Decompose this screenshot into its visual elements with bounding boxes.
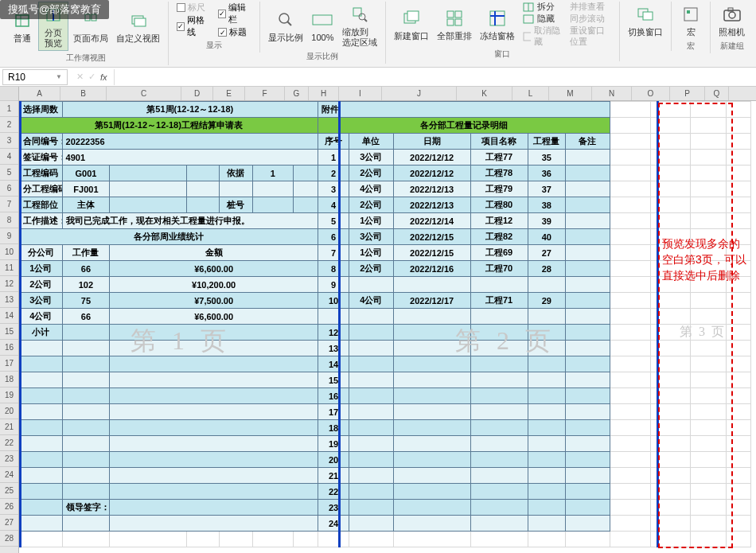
- cell[interactable]: [349, 452, 394, 468]
- cell[interactable]: 24: [318, 516, 349, 532]
- cell[interactable]: [726, 468, 750, 484]
- cell[interactable]: [690, 356, 726, 372]
- column-header[interactable]: H: [309, 87, 339, 100]
- cell[interactable]: [393, 516, 470, 532]
- cell[interactable]: [726, 293, 750, 309]
- cell[interactable]: [349, 356, 394, 372]
- cell[interactable]: [726, 118, 750, 134]
- column-header[interactable]: C: [107, 87, 181, 100]
- spreadsheet-table[interactable]: 选择周数第51周(12-12～12-18)附件第51周(12-12～12-18)…: [19, 101, 751, 547]
- cell[interactable]: ¥7,500.00: [110, 293, 318, 309]
- cell[interactable]: [726, 150, 750, 166]
- cell[interactable]: ¥10,200.00: [110, 277, 318, 293]
- cell[interactable]: [187, 532, 220, 547]
- check-headings[interactable]: ✓标题: [218, 26, 251, 38]
- enter-icon[interactable]: ✓: [88, 72, 95, 82]
- cell[interactable]: [610, 484, 651, 500]
- cell[interactable]: [470, 372, 528, 388]
- cell[interactable]: [610, 102, 651, 118]
- cell[interactable]: [690, 150, 726, 166]
- cell[interactable]: [470, 516, 528, 532]
- row-header[interactable]: 16: [0, 340, 18, 356]
- cell[interactable]: 4901: [62, 150, 318, 166]
- cell[interactable]: [470, 420, 528, 436]
- cell[interactable]: [566, 293, 610, 309]
- name-box[interactable]: R10▼: [2, 69, 68, 85]
- cell[interactable]: [349, 404, 394, 420]
- cell[interactable]: [726, 516, 750, 532]
- cell[interactable]: [20, 388, 63, 404]
- cell[interactable]: [528, 516, 565, 532]
- cell[interactable]: [566, 325, 610, 341]
- cell[interactable]: [566, 452, 610, 468]
- cell[interactable]: [690, 293, 726, 309]
- cell[interactable]: 2022/12/13: [393, 181, 470, 197]
- hide-button[interactable]: 隐藏: [523, 14, 562, 24]
- row-header[interactable]: 15: [0, 324, 18, 340]
- cell[interactable]: [528, 341, 565, 356]
- row-header[interactable]: 3: [0, 133, 18, 149]
- cell[interactable]: [610, 261, 651, 277]
- cell[interactable]: 13: [318, 341, 349, 356]
- column-header[interactable]: G: [285, 87, 309, 100]
- cell[interactable]: [726, 309, 750, 325]
- cell[interactable]: [470, 484, 528, 500]
- cell[interactable]: 4公司: [349, 293, 394, 309]
- cell[interactable]: [566, 420, 610, 436]
- cell[interactable]: [62, 532, 110, 547]
- cell[interactable]: [726, 420, 750, 436]
- cell[interactable]: [610, 325, 651, 341]
- cell[interactable]: 36: [528, 166, 565, 181]
- cell[interactable]: [393, 356, 470, 372]
- cell[interactable]: [566, 213, 610, 229]
- cell[interactable]: [690, 325, 726, 341]
- row-header[interactable]: 13: [0, 292, 18, 308]
- cell[interactable]: [528, 484, 565, 500]
- cell[interactable]: [528, 452, 565, 468]
- row-header[interactable]: 20: [0, 403, 18, 419]
- cell[interactable]: 14: [318, 356, 349, 372]
- cell[interactable]: 2022/12/15: [393, 245, 470, 261]
- cell[interactable]: [566, 150, 610, 166]
- cell[interactable]: [20, 500, 63, 516]
- cell[interactable]: [110, 197, 187, 213]
- cell[interactable]: [610, 181, 651, 197]
- cell[interactable]: [470, 341, 528, 356]
- cell[interactable]: [252, 181, 294, 197]
- cell[interactable]: [110, 452, 318, 468]
- cell[interactable]: [62, 436, 110, 452]
- cell[interactable]: 序号: [318, 134, 349, 150]
- cell[interactable]: [610, 516, 651, 532]
- cell[interactable]: [349, 388, 394, 404]
- cell[interactable]: [110, 516, 318, 532]
- cell[interactable]: [349, 372, 394, 388]
- row-header[interactable]: 28: [0, 531, 18, 547]
- cell[interactable]: [110, 356, 318, 372]
- cell[interactable]: 工程71: [470, 293, 528, 309]
- cell[interactable]: 工程82: [470, 229, 528, 245]
- cell[interactable]: [528, 325, 565, 341]
- dropdown-icon[interactable]: ▼: [56, 73, 62, 80]
- cell[interactable]: 1: [252, 166, 294, 181]
- cell[interactable]: [110, 388, 318, 404]
- cell[interactable]: [252, 197, 294, 213]
- column-header[interactable]: M: [549, 87, 592, 100]
- cell[interactable]: 35: [528, 150, 565, 166]
- column-header[interactable]: A: [19, 87, 60, 100]
- cell[interactable]: [566, 404, 610, 420]
- cell[interactable]: [470, 388, 528, 404]
- cell[interactable]: 66: [62, 261, 110, 277]
- cell[interactable]: [566, 261, 610, 277]
- cell[interactable]: [566, 245, 610, 261]
- cell[interactable]: 3公司: [349, 229, 394, 245]
- cell[interactable]: [187, 181, 220, 197]
- cell[interactable]: [393, 341, 470, 356]
- cell[interactable]: 单位: [349, 134, 394, 150]
- zoom-ratio-button[interactable]: 显示比例: [265, 7, 306, 45]
- cell[interactable]: 75: [62, 293, 110, 309]
- cell[interactable]: [220, 532, 252, 547]
- cell[interactable]: 主体: [62, 197, 110, 213]
- cell[interactable]: 15: [318, 372, 349, 388]
- cell[interactable]: [252, 532, 294, 547]
- cell[interactable]: 项目名称: [470, 134, 528, 150]
